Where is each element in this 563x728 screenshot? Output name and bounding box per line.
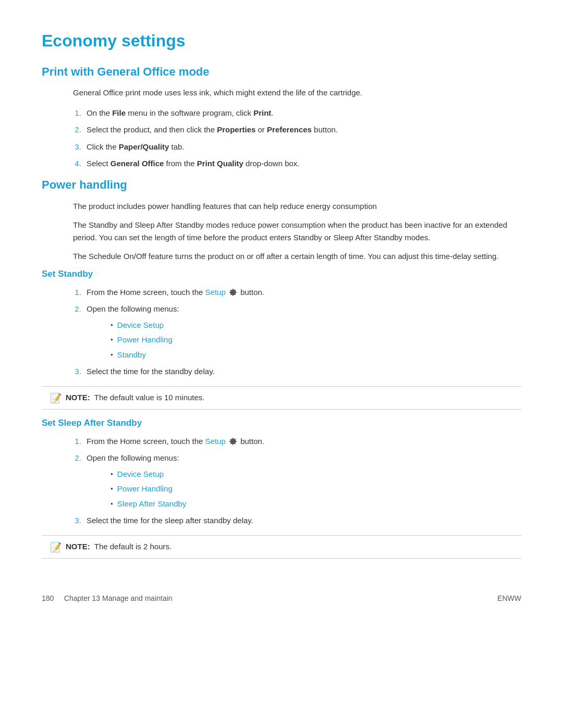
standby-step-1: From the Home screen, touch the Setup bu… xyxy=(83,287,521,299)
power-para-3: The Schedule On/Off feature turns the pr… xyxy=(73,250,521,263)
footer-region: ENWW xyxy=(497,594,521,602)
sleep-step-3: Select the time for the sleep after stan… xyxy=(83,515,521,527)
sleep-note-text: The default is 2 hours. xyxy=(94,542,172,551)
sleep-sub-item-2: Power Handling xyxy=(107,483,521,495)
power-para-2: The Standby and Sleep After Standby mode… xyxy=(73,219,521,244)
note-icon-2: 📝 xyxy=(50,541,62,553)
subsection-title-standby: Set Standby xyxy=(42,269,521,279)
standby-note-label: NOTE: xyxy=(66,393,90,402)
standby-step-3: Select the time for the standby delay. xyxy=(83,366,521,378)
print-step-2: Select the product, and then click the P… xyxy=(83,124,521,136)
setup-link-2[interactable]: Setup xyxy=(205,437,226,446)
sleep-note-label: NOTE: xyxy=(66,542,90,551)
standby-sub-item-1: Device Setup xyxy=(107,319,521,331)
sleep-after-standby-link[interactable]: Sleep After Standby xyxy=(117,498,187,510)
sleep-step-1: From the Home screen, touch the Setup bu… xyxy=(83,436,521,448)
page-footer: 180 Chapter 13 Manage and maintain ENWW xyxy=(42,590,521,602)
print-step-1: On the File menu in the software program… xyxy=(83,107,521,119)
sleep-sub-item-1: Device Setup xyxy=(107,468,521,480)
power-para-1: The product includes power handling feat… xyxy=(73,200,521,213)
sleep-sub-item-3: Sleep After Standby xyxy=(107,498,521,510)
setup-link-1[interactable]: Setup xyxy=(205,288,226,297)
sleep-note-box: 📝 NOTE: The default is 2 hours. xyxy=(42,535,521,559)
page-title: Economy settings xyxy=(42,31,521,51)
standby-steps-list: From the Home screen, touch the Setup bu… xyxy=(83,287,521,378)
standby-note-text: The default value is 10 minutes. xyxy=(94,393,205,402)
standby-note-box: 📝 NOTE: The default value is 10 minutes. xyxy=(42,386,521,410)
section-title-print: Print with General Office mode xyxy=(42,65,521,79)
footer-left: 180 Chapter 13 Manage and maintain xyxy=(42,594,173,602)
power-handling-link-2[interactable]: Power Handling xyxy=(117,483,173,495)
device-setup-link-1[interactable]: Device Setup xyxy=(117,319,164,331)
standby-sub-item-3: Standby xyxy=(107,349,521,361)
print-step-4: Select General Office from the Print Qua… xyxy=(83,158,521,170)
print-step-3: Click the Paper/Quality tab. xyxy=(83,141,521,153)
sleep-note-content: NOTE: The default is 2 hours. xyxy=(66,541,172,553)
print-intro-text: General Office print mode uses less ink,… xyxy=(73,87,521,99)
subsection-title-sleep: Set Sleep After Standby xyxy=(42,418,521,428)
chapter-label: Chapter 13 Manage and maintain xyxy=(64,594,173,602)
print-steps-list: On the File menu in the software program… xyxy=(83,107,521,170)
page-number: 180 xyxy=(42,594,54,602)
standby-step-2: Open the following menus: Device Setup P… xyxy=(83,303,521,361)
standby-sub-item-2: Power Handling xyxy=(107,334,521,346)
sleep-sub-list: Device Setup Power Handling Sleep After … xyxy=(107,468,521,510)
sleep-step-2: Open the following menus: Device Setup P… xyxy=(83,452,521,510)
section-title-power: Power handling xyxy=(42,178,521,192)
standby-note-content: NOTE: The default value is 10 minutes. xyxy=(66,392,205,404)
standby-link-1[interactable]: Standby xyxy=(117,349,146,361)
setup-icon-2 xyxy=(228,437,238,446)
note-icon-1: 📝 xyxy=(50,392,62,404)
standby-sub-list: Device Setup Power Handling Standby xyxy=(107,319,521,361)
sleep-steps-list: From the Home screen, touch the Setup bu… xyxy=(83,436,521,527)
setup-icon-1 xyxy=(228,288,238,297)
power-handling-link-1[interactable]: Power Handling xyxy=(117,334,173,346)
device-setup-link-2[interactable]: Device Setup xyxy=(117,468,164,480)
